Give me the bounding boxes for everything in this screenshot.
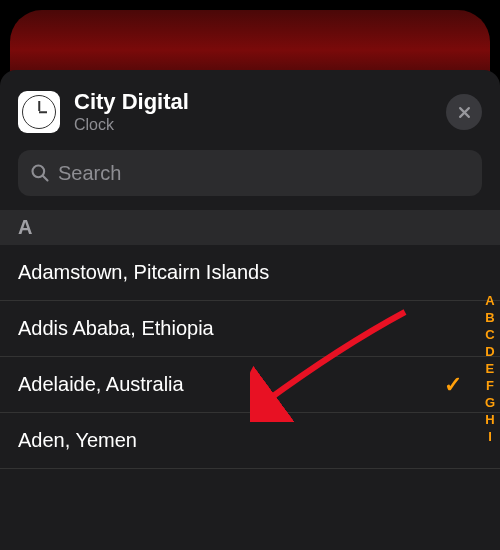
index-letter[interactable]: A (485, 292, 494, 309)
city-picker-sheet: City Digital Clock A Adamstown, Pitcairn… (0, 70, 500, 550)
clock-app-icon (18, 91, 60, 133)
search-container (0, 150, 500, 210)
index-letter[interactable]: H (485, 411, 494, 428)
clock-face-icon (22, 95, 56, 129)
index-letter[interactable]: D (485, 343, 494, 360)
sheet-header: City Digital Clock (0, 70, 500, 150)
section-header-a: A (0, 210, 500, 245)
search-icon (30, 163, 50, 183)
sheet-title: City Digital (74, 90, 446, 114)
index-letter[interactable]: B (485, 309, 494, 326)
search-field[interactable] (18, 150, 482, 196)
svg-line-1 (43, 176, 48, 181)
list-item[interactable]: Adamstown, Pitcairn Islands (0, 245, 500, 301)
close-button[interactable] (446, 94, 482, 130)
alphabet-index[interactable]: A B C D E F G H I (485, 292, 495, 445)
list-item[interactable]: Aden, Yemen (0, 413, 500, 469)
list-item[interactable]: Addis Ababa, Ethiopia (0, 301, 500, 357)
index-letter[interactable]: F (486, 377, 494, 394)
index-letter[interactable]: E (486, 360, 495, 377)
header-titles: City Digital Clock (74, 90, 446, 134)
list-item[interactable]: Adelaide, Australia ✓ (0, 357, 500, 413)
index-letter[interactable]: G (485, 394, 495, 411)
index-letter[interactable]: C (485, 326, 494, 343)
checkmark-icon: ✓ (444, 372, 462, 398)
city-name: Adelaide, Australia (18, 373, 184, 395)
sheet-subtitle: Clock (74, 116, 446, 134)
city-name: Aden, Yemen (18, 429, 137, 451)
city-name: Adamstown, Pitcairn Islands (18, 261, 269, 283)
index-letter[interactable]: I (488, 428, 492, 445)
city-list: Adamstown, Pitcairn Islands Addis Ababa,… (0, 245, 500, 469)
close-icon (457, 105, 472, 120)
search-input[interactable] (58, 162, 470, 185)
city-name: Addis Ababa, Ethiopia (18, 317, 214, 339)
